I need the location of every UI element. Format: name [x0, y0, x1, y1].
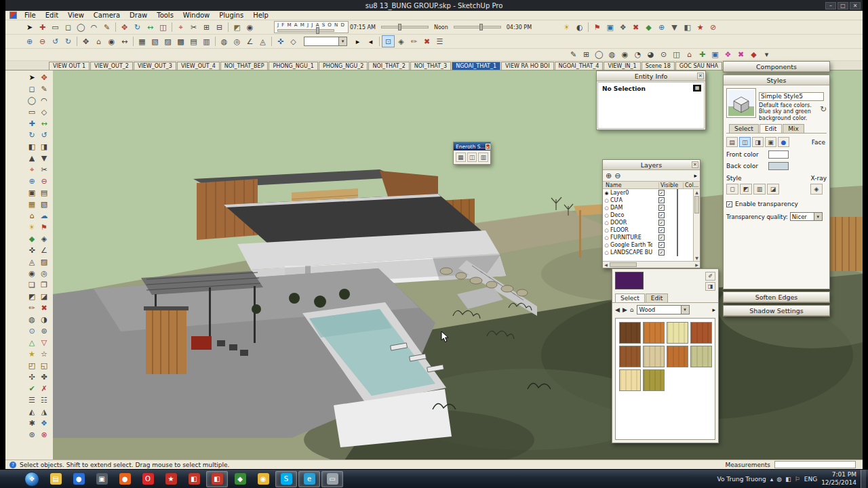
- tray-icon[interactable]: ◧: [785, 476, 791, 483]
- toolbar-button[interactable]: ⊞: [580, 49, 593, 61]
- toolbar-button[interactable]: ⊞: [200, 21, 213, 33]
- toolbar-button[interactable]: ✥: [118, 21, 131, 33]
- layer-radio[interactable]: ○: [603, 220, 610, 226]
- close-icon[interactable]: ✕: [697, 73, 704, 79]
- scene-tab[interactable]: NGOAI_THAT_4: [555, 62, 604, 70]
- menu-item[interactable]: Camera: [89, 12, 125, 19]
- entity-info-header[interactable]: Entity Info ✕: [597, 71, 705, 81]
- close-icon[interactable]: ✕: [692, 161, 698, 168]
- toolbar-button[interactable]: [586, 21, 591, 33]
- layers-header[interactable]: Layers ✕: [603, 160, 700, 170]
- taskbar-app-button[interactable]: ★: [160, 471, 182, 487]
- toolbar-button[interactable]: ▥: [200, 35, 213, 47]
- taskbar-app-button[interactable]: S: [275, 471, 297, 487]
- horizontal-scrollbar[interactable]: ◀ ▶: [603, 261, 700, 268]
- slider-thumb[interactable]: [479, 24, 483, 30]
- scene-tab[interactable]: VIEW_OUT_4: [177, 62, 220, 70]
- face-style-icon[interactable]: ◩: [740, 184, 752, 195]
- toolbar-button[interactable]: ✖: [734, 49, 747, 61]
- shadow-settings-header[interactable]: Shadow Settings: [724, 306, 829, 316]
- tool-button[interactable]: ☷: [38, 394, 50, 406]
- toolbar-button[interactable]: ❖: [616, 21, 629, 33]
- scene-tab[interactable]: VIEW_OUT_2: [90, 62, 133, 70]
- toolbar-button[interactable]: ◕: [644, 49, 657, 61]
- edit-subtab-icon[interactable]: ◨: [752, 137, 764, 147]
- tool-button[interactable]: ☀: [26, 222, 38, 233]
- layer-color-swatch[interactable]: [677, 211, 678, 219]
- minimize-button[interactable]: –: [825, 2, 836, 9]
- tool-button[interactable]: ✤: [38, 371, 50, 383]
- column-visible[interactable]: Visible: [659, 182, 684, 188]
- toolbar-button[interactable]: ◈: [395, 35, 408, 47]
- toolbar-button[interactable]: ⌂: [683, 49, 696, 61]
- toolbar-button[interactable]: ∠: [243, 35, 256, 47]
- toolbar-button[interactable]: ↺: [49, 35, 62, 47]
- taskbar-app-button[interactable]: ▣: [91, 471, 113, 487]
- scroll-thumb[interactable]: [694, 196, 699, 214]
- tool-button[interactable]: ▼: [38, 152, 50, 164]
- material-swatch[interactable]: [643, 346, 665, 367]
- scroll-down-icon[interactable]: ▼: [694, 255, 700, 261]
- toolbar-button[interactable]: ✖: [420, 35, 433, 47]
- toolbar-button[interactable]: ◆: [642, 21, 655, 33]
- tool-button[interactable]: ◠: [38, 95, 50, 106]
- toolbar-button[interactable]: ◉: [243, 21, 256, 33]
- tool-button[interactable]: ✖: [38, 302, 50, 314]
- scene-tab[interactable]: VIEW_OUT_3: [134, 62, 176, 70]
- layer-row[interactable]: ○ Google Earth Terrain ✓: [603, 241, 693, 249]
- close-button[interactable]: ✕: [850, 2, 861, 9]
- toolbar-button[interactable]: ◍: [606, 49, 618, 61]
- visible-checkbox[interactable]: ✓: [658, 205, 665, 211]
- current-material-swatch[interactable]: [615, 272, 644, 289]
- toolbar-button[interactable]: ✥: [79, 35, 92, 47]
- menu-item[interactable]: Window: [178, 12, 214, 19]
- toolbar-button[interactable]: ◇: [287, 35, 300, 47]
- visible-checkbox[interactable]: ✓: [658, 249, 665, 256]
- toolbar-button[interactable]: ◉: [618, 49, 631, 61]
- material-swatch[interactable]: [619, 346, 641, 367]
- visible-checkbox[interactable]: ✓: [658, 242, 665, 248]
- layer-color-swatch[interactable]: [677, 226, 678, 234]
- toolbar-button[interactable]: [131, 35, 136, 47]
- layer-row[interactable]: ○ Deco ✓: [603, 211, 693, 219]
- toolbar-button[interactable]: ◉: [105, 35, 118, 47]
- scroll-right-icon[interactable]: ▶: [694, 262, 700, 268]
- toolbar-button[interactable]: ◬: [256, 35, 269, 47]
- visible-checkbox[interactable]: ✓: [658, 220, 665, 226]
- toolbar-button[interactable]: ⊕: [23, 35, 36, 47]
- eneroth-titlebar[interactable]: Eneroth S... ✕: [454, 142, 490, 150]
- tool-button[interactable]: ✜: [26, 245, 38, 256]
- update-style-icon[interactable]: ↻: [820, 104, 827, 114]
- eneroth-tool-icon[interactable]: ▥: [478, 152, 488, 162]
- toolbar-button[interactable]: ▩: [174, 35, 187, 47]
- tool-button[interactable]: ✎: [38, 83, 50, 95]
- layer-radio[interactable]: ○: [603, 228, 610, 233]
- tool-button[interactable]: ☰: [26, 394, 38, 406]
- toolbar-button[interactable]: [269, 35, 274, 47]
- column-name[interactable]: Name: [603, 182, 659, 188]
- tool-button[interactable]: ▣: [26, 187, 38, 199]
- toolbar-button[interactable]: ⊕: [655, 21, 668, 33]
- shadow-time-slider-pm[interactable]: [454, 26, 501, 28]
- toolbar-button[interactable]: ◂: [364, 35, 377, 47]
- toolbar-button[interactable]: ◔: [631, 49, 644, 61]
- tool-button[interactable]: ◈: [38, 233, 50, 245]
- eneroth-tool-icon[interactable]: ▦: [456, 152, 466, 162]
- toolbar-button[interactable]: ◯: [593, 49, 606, 61]
- toolbar-button[interactable]: ◫: [670, 49, 683, 61]
- tool-button[interactable]: ▽: [38, 337, 50, 348]
- scene-tab[interactable]: Scene 18: [642, 62, 675, 70]
- tool-button[interactable]: ◩: [26, 291, 38, 302]
- materials-tab[interactable]: Edit: [646, 293, 668, 302]
- edit-subtab-icon[interactable]: ▣: [765, 137, 776, 147]
- toolbar-button[interactable]: ↔: [118, 35, 131, 47]
- tool-button[interactable]: ☆: [38, 348, 50, 360]
- toolbar-button[interactable]: ⊙: [657, 49, 670, 61]
- tool-button[interactable]: ⊗: [38, 429, 50, 441]
- styles-tab[interactable]: Select: [729, 124, 759, 133]
- taskbar-app-button[interactable]: ●: [68, 471, 90, 487]
- menu-item[interactable]: Edit: [41, 12, 63, 19]
- toolbar-button[interactable]: ◠: [87, 21, 100, 33]
- toolbar-button[interactable]: ☀: [560, 21, 573, 33]
- toolbar-button[interactable]: ◯: [75, 21, 87, 33]
